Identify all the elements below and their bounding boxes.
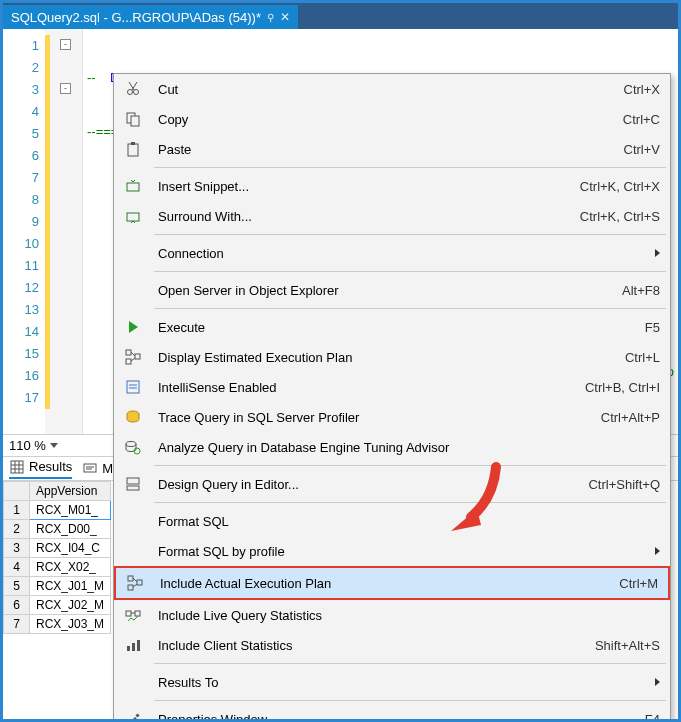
menu-connection[interactable]: Connection — [114, 238, 670, 268]
svg-line-36 — [133, 584, 137, 587]
svg-marker-18 — [129, 321, 138, 333]
intellisense-icon — [125, 379, 141, 395]
svg-rect-32 — [128, 576, 133, 581]
separator — [154, 234, 666, 235]
estimated-plan-icon — [125, 349, 141, 365]
actual-plan-icon — [127, 575, 143, 591]
fold-margin: - - — [45, 29, 83, 434]
svg-rect-24 — [127, 381, 139, 393]
fold-toggle[interactable]: - — [60, 83, 71, 94]
insert-snippet-icon — [125, 178, 141, 194]
menu-paste[interactable]: Paste Ctrl+V — [114, 134, 670, 164]
document-tab[interactable]: SQLQuery2.sql - G...RGROUP\ADas (54))* ⚲… — [3, 5, 298, 29]
svg-rect-40 — [127, 646, 130, 651]
svg-rect-15 — [131, 142, 135, 145]
table-row[interactable]: 1RCX_M01_ — [4, 501, 111, 520]
menu-intellisense[interactable]: IntelliSense Enabled Ctrl+B, Ctrl+I — [114, 372, 670, 402]
menu-format-sql[interactable]: Format SQL — [114, 506, 670, 536]
svg-rect-37 — [126, 611, 131, 616]
client-stats-icon — [125, 637, 141, 653]
menu-properties-window[interactable]: Properties Window F4 — [114, 704, 670, 722]
table-row[interactable]: 4RCX_X02_ — [4, 558, 111, 577]
menu-execute[interactable]: Execute F5 — [114, 312, 670, 342]
profiler-icon — [125, 409, 141, 425]
svg-line-11 — [129, 82, 134, 90]
document-tab-strip: SQLQuery2.sql - G...RGROUP\ADas (54))* ⚲… — [3, 3, 678, 29]
properties-icon — [125, 711, 141, 722]
svg-rect-17 — [127, 213, 139, 221]
table-header-row: AppVersion — [4, 482, 111, 501]
fold-toggle[interactable]: - — [60, 39, 71, 50]
separator — [154, 700, 666, 701]
copy-icon — [125, 111, 141, 127]
surround-with-icon — [125, 208, 141, 224]
editor-context-menu[interactable]: Cut Ctrl+X Copy Ctrl+C Paste Ctrl+V Inse… — [113, 73, 671, 722]
separator — [154, 308, 666, 309]
separator — [154, 663, 666, 664]
svg-rect-34 — [137, 580, 142, 585]
svg-rect-20 — [126, 359, 131, 364]
svg-rect-5 — [84, 464, 96, 472]
table-row[interactable]: 7RCX_J03_M — [4, 615, 111, 634]
results-tab[interactable]: Results — [9, 459, 72, 479]
menu-trace-profiler[interactable]: Trace Query in SQL Server Profiler Ctrl+… — [114, 402, 670, 432]
menu-client-stats[interactable]: Include Client Statistics Shift+Alt+S — [114, 630, 670, 660]
menu-copy[interactable]: Copy Ctrl+C — [114, 104, 670, 134]
cut-icon — [125, 81, 141, 97]
tuning-advisor-icon — [125, 439, 141, 455]
chevron-down-icon — [50, 443, 58, 448]
col-appversion[interactable]: AppVersion — [30, 482, 111, 501]
messages-tab[interactable]: M — [82, 461, 113, 477]
svg-rect-31 — [127, 486, 139, 490]
table-row[interactable]: 2RCX_D00_ — [4, 520, 111, 539]
svg-rect-16 — [127, 183, 139, 191]
table-row[interactable]: 6RCX_J02_M — [4, 596, 111, 615]
zoom-dropdown[interactable]: 110 % — [9, 438, 58, 453]
separator — [154, 502, 666, 503]
separator — [154, 167, 666, 168]
svg-rect-0 — [11, 461, 23, 473]
menu-insert-snippet[interactable]: Insert Snippet... Ctrl+K, Ctrl+X — [114, 171, 670, 201]
submenu-arrow-icon — [655, 678, 660, 686]
svg-line-35 — [133, 578, 137, 582]
menu-open-server[interactable]: Open Server in Object Explorer Alt+F8 — [114, 275, 670, 305]
svg-rect-42 — [137, 640, 140, 651]
menu-analyze-dta[interactable]: Analyze Query in Database Engine Tuning … — [114, 432, 670, 462]
svg-rect-19 — [126, 350, 131, 355]
svg-rect-33 — [128, 585, 133, 590]
svg-rect-43 — [135, 713, 139, 717]
table-row[interactable]: 3RCX_I04_C — [4, 539, 111, 558]
design-query-icon — [125, 476, 141, 492]
paste-icon — [125, 141, 141, 157]
line-number-gutter: 1 2 3 4 5 6 7 8 9 10 11 12 13 14 15 16 1… — [3, 29, 45, 434]
live-stats-icon — [125, 607, 141, 623]
submenu-arrow-icon — [655, 547, 660, 555]
tab-title: SQLQuery2.sql - G...RGROUP\ADas (54))* — [11, 10, 261, 25]
separator — [154, 465, 666, 466]
menu-results-to[interactable]: Results To — [114, 667, 670, 697]
change-marker — [45, 35, 50, 409]
pin-icon[interactable]: ⚲ — [267, 12, 274, 23]
menu-estimated-plan[interactable]: Display Estimated Execution Plan Ctrl+L — [114, 342, 670, 372]
svg-rect-13 — [131, 116, 139, 126]
grid-icon — [9, 459, 25, 475]
svg-line-22 — [131, 352, 135, 356]
svg-rect-38 — [135, 611, 140, 616]
menu-include-actual-plan[interactable]: Include Actual Execution Plan Ctrl+M — [114, 566, 670, 600]
svg-point-28 — [126, 442, 136, 447]
menu-live-query-stats[interactable]: Include Live Query Statistics — [114, 600, 670, 630]
svg-point-8 — [128, 90, 133, 95]
close-icon[interactable]: ✕ — [280, 10, 290, 24]
menu-format-sql-profile[interactable]: Format SQL by profile — [114, 536, 670, 566]
menu-design-query[interactable]: Design Query in Editor... Ctrl+Shift+Q — [114, 469, 670, 499]
table-row[interactable]: 5RCX_J01_M — [4, 577, 111, 596]
separator — [154, 271, 666, 272]
svg-rect-41 — [132, 643, 135, 651]
submenu-arrow-icon — [655, 249, 660, 257]
svg-point-9 — [134, 90, 139, 95]
svg-rect-21 — [135, 354, 140, 359]
corner-cell — [4, 482, 30, 501]
menu-cut[interactable]: Cut Ctrl+X — [114, 74, 670, 104]
zoom-value: 110 % — [9, 438, 46, 453]
menu-surround-with[interactable]: Surround With... Ctrl+K, Ctrl+S — [114, 201, 670, 231]
